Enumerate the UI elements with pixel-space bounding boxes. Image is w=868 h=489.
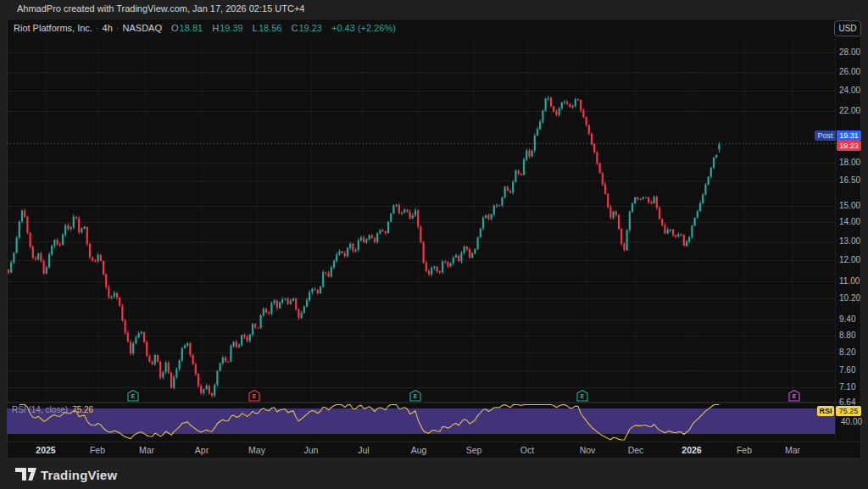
rsi-axis-badge-label: RSI <box>817 406 834 416</box>
interval-label: 4h <box>103 23 113 33</box>
tradingview-logo-icon[interactable] <box>15 468 37 481</box>
earnings-marker-icon[interactable]: E <box>577 391 587 402</box>
post-market-price-badge: 19.31 <box>837 131 861 141</box>
price-tick-label: 26.00 <box>839 67 860 76</box>
price-tick-label: 28.00 <box>839 47 860 57</box>
time-tick-label: Mar <box>139 445 154 455</box>
price-tick-label: 12.00 <box>839 255 860 264</box>
tradingview-snapshot: AhmadPro created with TradingView.com, J… <box>0 0 868 489</box>
svg-text:E: E <box>581 393 585 400</box>
rsi-axis-tick-label: 40.00 <box>841 417 862 426</box>
exchange-label: NASDAQ <box>123 23 162 33</box>
rsi-legend-title: RSI (14, close) <box>12 405 68 414</box>
rsi-legend-value: 75.26 <box>72 405 93 414</box>
ohlc-low-key: L <box>253 23 258 33</box>
chart-canvas[interactable]: EEEEE <box>0 0 868 489</box>
time-tick-label: Aug <box>411 445 427 455</box>
ohlc-close-value: 19.23 <box>298 23 322 33</box>
svg-text:E: E <box>414 393 418 400</box>
legend-separator: · <box>116 23 120 33</box>
price-tick-label: 15.00 <box>839 201 860 210</box>
time-tick-label: Jun <box>304 445 319 455</box>
earnings-marker-icon[interactable]: E <box>789 391 799 402</box>
time-tick-label: Nov <box>580 445 596 455</box>
price-tick-label: 22.00 <box>839 106 860 115</box>
time-tick-label: Jul <box>358 445 369 455</box>
price-tick-label: 18.00 <box>839 158 860 167</box>
tradingview-brand-text[interactable]: TradingView <box>41 468 117 482</box>
post-market-badge-label: Post <box>815 131 836 141</box>
earnings-marker-icon[interactable]: E <box>249 391 259 402</box>
price-tick-label: 7.10 <box>839 382 855 392</box>
time-tick-label: Sep <box>466 445 482 455</box>
time-tick-label: 2025 <box>36 445 55 455</box>
ohlc-open-key: O <box>171 23 179 33</box>
rsi-indicator-legend[interactable]: RSI (14, close)75.26 <box>12 405 93 414</box>
symbol-legend[interactable]: Riot Platforms, Inc.·4h·NASDAQ O18.81 H1… <box>14 23 396 33</box>
price-tick-label: 13.00 <box>839 236 860 246</box>
time-tick-label: Apr <box>195 445 209 455</box>
price-tick-label: 24.00 <box>839 86 860 95</box>
price-tick-label: 9.40 <box>839 314 855 324</box>
ohlc-high-value: 19.39 <box>220 23 243 33</box>
time-tick-label: Dec <box>628 445 644 455</box>
time-tick-label: May <box>248 445 265 455</box>
ohlc-open-value: 18.81 <box>180 23 203 33</box>
legend-separator: · <box>96 23 99 33</box>
time-tick-label: Mar <box>785 445 800 455</box>
price-tick-label: 11.00 <box>839 276 860 286</box>
time-tick-label: 2026 <box>682 445 701 455</box>
svg-text:E: E <box>253 393 257 400</box>
time-tick-label: Feb <box>90 445 105 455</box>
time-tick-label: Oct <box>520 445 534 455</box>
ohlc-high-key: H <box>212 23 219 33</box>
symbol-title: Riot Platforms, Inc. <box>14 23 92 33</box>
price-tick-label: 14.00 <box>839 217 860 226</box>
rsi-axis-badge-value: 75.25 <box>836 406 861 416</box>
price-tick-label: 8.80 <box>839 331 855 340</box>
price-tick-label: 7.60 <box>839 365 855 375</box>
svg-text:E: E <box>793 393 797 400</box>
earnings-marker-icon[interactable]: E <box>128 391 138 402</box>
time-tick-label: Feb <box>737 445 752 455</box>
price-tick-label: 8.20 <box>839 347 855 357</box>
price-tick-label: 16.50 <box>839 175 860 185</box>
earnings-marker-icon[interactable]: E <box>410 391 420 402</box>
last-price-badge: 19.23 <box>837 141 861 151</box>
currency-button[interactable]: USD <box>834 20 861 36</box>
ohlc-close-key: C <box>291 23 298 33</box>
change-label: +0.43 (+2.26%) <box>331 23 396 33</box>
ohlc-low-value: 18.56 <box>259 23 282 33</box>
svg-text:E: E <box>131 393 136 400</box>
price-tick-label: 10.20 <box>839 293 860 303</box>
